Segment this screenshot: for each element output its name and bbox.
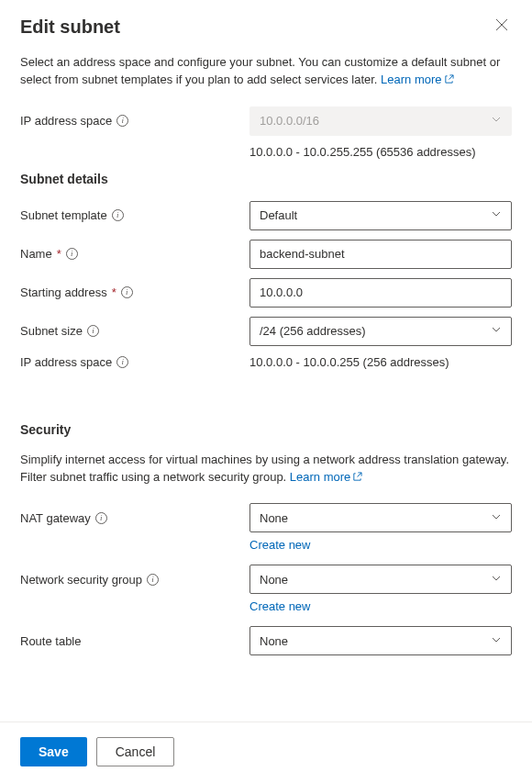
info-icon[interactable]: i xyxy=(116,115,128,127)
nat-gateway-value: None xyxy=(260,511,288,525)
close-icon[interactable] xyxy=(492,17,512,35)
subnet-size-value: /24 (256 addresses) xyxy=(260,324,366,338)
start-address-label: Starting address xyxy=(20,285,107,299)
nsg-label: Network security group xyxy=(20,573,142,587)
nat-create-new-link[interactable]: Create new xyxy=(249,538,310,552)
subnet-size-label: Subnet size xyxy=(20,324,83,338)
chevron-down-icon xyxy=(491,324,502,338)
security-desc-body: Simplify internet access for virtual mac… xyxy=(20,453,509,484)
required-marker: * xyxy=(57,247,61,261)
info-icon[interactable]: i xyxy=(121,286,133,298)
security-learn-more-link[interactable]: Learn more xyxy=(290,470,362,484)
name-input[interactable] xyxy=(249,240,512,269)
chevron-down-icon xyxy=(491,208,502,222)
security-desc: Simplify internet access for virtual mac… xyxy=(20,452,512,487)
save-button[interactable]: Save xyxy=(20,737,87,766)
external-link-icon xyxy=(352,470,362,487)
subnet-details-heading: Subnet details xyxy=(20,172,512,186)
name-label: Name xyxy=(20,247,52,261)
info-icon[interactable]: i xyxy=(116,356,128,368)
chevron-down-icon xyxy=(491,573,502,587)
info-icon[interactable]: i xyxy=(112,209,124,221)
ip-space-value: 10.0.0.0/16 xyxy=(260,114,319,128)
chevron-down-icon xyxy=(491,634,502,648)
info-icon[interactable]: i xyxy=(147,574,159,586)
footer: Save Cancel xyxy=(0,721,532,783)
nat-gateway-label: NAT gateway xyxy=(20,511,91,525)
info-icon[interactable]: i xyxy=(95,512,107,524)
intro-learn-more-link[interactable]: Learn more xyxy=(381,73,453,86)
external-link-icon xyxy=(444,73,454,90)
nsg-create-new-link[interactable]: Create new xyxy=(249,599,310,613)
intro-text: Select an address space and configure yo… xyxy=(20,54,512,90)
info-icon[interactable]: i xyxy=(87,325,99,337)
security-heading: Security xyxy=(20,422,512,437)
cancel-button[interactable]: Cancel xyxy=(96,737,175,766)
subnet-size-select[interactable]: /24 (256 addresses) xyxy=(249,317,512,346)
route-table-label: Route table xyxy=(20,634,82,648)
ip-space-select: 10.0.0.0/16 xyxy=(249,106,512,136)
subnet-template-value: Default xyxy=(260,208,297,222)
chevron-down-icon xyxy=(491,114,502,128)
computed-ip-space-value: 10.0.0.0 - 10.0.0.255 (256 addresses) xyxy=(249,355,512,369)
nsg-value: None xyxy=(260,573,288,587)
route-table-value: None xyxy=(260,634,288,648)
info-icon[interactable]: i xyxy=(66,248,78,260)
ip-space-range: 10.0.0.0 - 10.0.255.255 (65536 addresses… xyxy=(249,145,512,159)
route-table-select[interactable]: None xyxy=(249,626,512,655)
ip-space-label: IP address space xyxy=(20,114,112,128)
start-address-input[interactable] xyxy=(249,278,512,308)
computed-ip-space-label: IP address space xyxy=(20,355,112,369)
nsg-select[interactable]: None xyxy=(249,565,512,594)
subnet-template-select[interactable]: Default xyxy=(249,201,512,230)
required-marker: * xyxy=(112,285,116,299)
chevron-down-icon xyxy=(491,511,502,525)
nat-gateway-select[interactable]: None xyxy=(249,503,512,532)
subnet-template-label: Subnet template xyxy=(20,208,107,222)
panel-title: Edit subnet xyxy=(20,17,120,38)
